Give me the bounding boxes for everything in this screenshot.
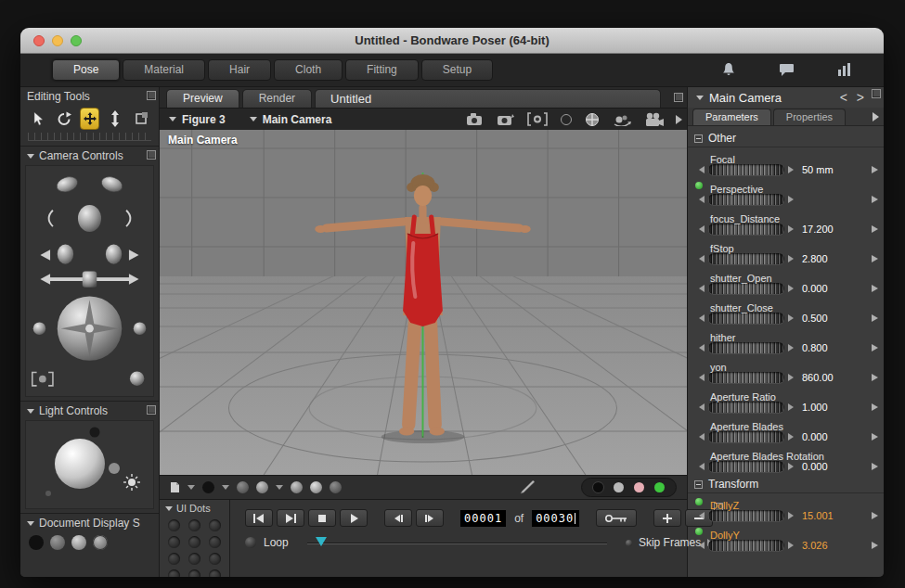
- tab-pose[interactable]: Pose: [52, 59, 120, 81]
- camera-flash-icon[interactable]: [497, 112, 515, 126]
- ground-color-chip[interactable]: [654, 482, 665, 492]
- tab-cloth[interactable]: Cloth: [274, 59, 343, 81]
- parameter-value[interactable]: 17.200: [802, 224, 834, 235]
- dial-decrement-arrow[interactable]: [699, 433, 705, 441]
- keyframe-button[interactable]: [596, 509, 637, 527]
- collapse-arrow-icon[interactable]: [27, 521, 34, 526]
- parameter-menu-arrow[interactable]: [872, 225, 878, 233]
- dial-decrement-arrow[interactable]: [699, 255, 705, 262]
- parameter-value[interactable]: 2.800: [802, 253, 828, 264]
- parameter-dial[interactable]: [708, 253, 784, 264]
- style-group-arrow-icon[interactable]: [187, 485, 195, 490]
- parameter-dial[interactable]: [708, 313, 784, 324]
- editing-tools-header[interactable]: Editing Tools: [20, 87, 159, 106]
- parameter-menu-arrow[interactable]: [872, 196, 878, 203]
- dial-increment-arrow[interactable]: [788, 403, 794, 411]
- style-group-arrow-icon[interactable]: [222, 485, 229, 490]
- tab-setup[interactable]: Setup: [421, 59, 493, 81]
- collapse-section-icon[interactable]: [694, 480, 703, 489]
- doc-tab-render[interactable]: Render: [242, 89, 312, 108]
- parameter-dial[interactable]: [708, 224, 784, 235]
- parameter-menu-arrow[interactable]: [872, 255, 878, 262]
- tab-hair[interactable]: Hair: [208, 59, 271, 81]
- ui-dots-header[interactable]: UI Dots: [165, 503, 224, 514]
- parameter-menu-arrow[interactable]: [872, 463, 878, 470]
- skip-frames-checkbox[interactable]: [626, 540, 632, 546]
- movie-camera-icon[interactable]: [644, 112, 665, 127]
- parameter-value[interactable]: 0.000: [802, 283, 828, 294]
- style-sphere-icon[interactable]: [237, 481, 249, 493]
- dial-decrement-arrow[interactable]: [699, 285, 705, 292]
- dial-increment-arrow[interactable]: [788, 196, 794, 203]
- figure-menu[interactable]: Figure 3: [169, 113, 226, 126]
- parameter-menu-arrow[interactable]: [872, 542, 878, 549]
- ui-dot[interactable]: [168, 569, 180, 577]
- dial-decrement-arrow[interactable]: [699, 512, 705, 519]
- tab-properties[interactable]: Properties: [773, 109, 846, 125]
- camera-controls-header[interactable]: Camera Controls: [20, 147, 159, 165]
- go-to-start-button[interactable]: [245, 509, 273, 527]
- select-tool-icon[interactable]: [28, 108, 48, 130]
- parameter-menu-arrow[interactable]: [872, 344, 878, 352]
- dial-decrement-arrow[interactable]: [699, 403, 705, 411]
- parameter-dial[interactable]: [708, 283, 784, 294]
- style-sphere-icon[interactable]: [202, 481, 214, 493]
- ui-dot[interactable]: [168, 536, 180, 548]
- play-button[interactable]: [340, 509, 368, 527]
- light-controls-widget[interactable]: [25, 420, 154, 509]
- collapse-arrow-icon[interactable]: [27, 154, 34, 159]
- detach-panel-icon[interactable]: [147, 405, 156, 415]
- doc-tab-preview[interactable]: Preview: [166, 89, 239, 108]
- parameter-dial[interactable]: [708, 194, 784, 205]
- stats-icon[interactable]: [837, 63, 852, 76]
- parameter-value[interactable]: 860.00: [802, 372, 834, 383]
- dial-increment-arrow[interactable]: [788, 374, 794, 381]
- parameter-dial[interactable]: [708, 164, 784, 175]
- parameter-menu-arrow[interactable]: [872, 314, 878, 322]
- foreground-color-chip[interactable]: [593, 482, 603, 492]
- collapse-arrow-icon[interactable]: [165, 506, 173, 511]
- step-forward-button[interactable]: [416, 509, 444, 527]
- dial-decrement-arrow[interactable]: [699, 542, 705, 549]
- timeline-scrubber[interactable]: [307, 536, 607, 549]
- close-button[interactable]: [33, 35, 45, 46]
- sphere-icon[interactable]: [560, 113, 573, 126]
- scale-tool-icon[interactable]: [131, 108, 151, 130]
- ui-dot[interactable]: [209, 553, 221, 565]
- more-icons-arrow[interactable]: [676, 115, 682, 124]
- parameter-menu-arrow[interactable]: [872, 166, 878, 173]
- total-frames-field[interactable]: 00030: [532, 510, 579, 527]
- preview-viewport[interactable]: Main Camera: [160, 130, 687, 475]
- current-frame-field[interactable]: 00001: [460, 510, 506, 527]
- parameter-dial[interactable]: [708, 461, 784, 472]
- ui-dot[interactable]: [168, 553, 180, 565]
- parameter-value[interactable]: 15.001: [802, 510, 834, 521]
- translate-tool-icon[interactable]: [80, 108, 100, 130]
- parameter-menu-arrow[interactable]: [872, 403, 878, 411]
- dial-decrement-arrow[interactable]: [699, 196, 705, 203]
- ui-dot[interactable]: [188, 519, 200, 531]
- dial-increment-arrow[interactable]: [788, 166, 794, 173]
- style-silhouette-icon[interactable]: [29, 535, 44, 550]
- dial-increment-arrow[interactable]: [788, 512, 794, 519]
- detach-panel-icon[interactable]: [147, 91, 156, 100]
- flyaround-icon[interactable]: [612, 112, 632, 126]
- ui-dot[interactable]: [188, 536, 200, 548]
- titlebar[interactable]: Untitled - Bondware Poser (64-bit): [20, 28, 884, 54]
- camera-select-icon[interactable]: [527, 112, 548, 126]
- dial-increment-arrow[interactable]: [788, 463, 794, 470]
- parameter-value[interactable]: 0.500: [802, 313, 828, 324]
- parameter-value[interactable]: 1.000: [802, 402, 828, 413]
- minimize-button[interactable]: [52, 35, 63, 46]
- camera-icon[interactable]: [466, 112, 485, 126]
- dial-decrement-arrow[interactable]: [699, 344, 705, 352]
- tab-material[interactable]: Material: [123, 59, 205, 81]
- document-title[interactable]: Untitled: [315, 89, 661, 108]
- ui-dot[interactable]: [188, 553, 200, 565]
- ui-dot[interactable]: [168, 519, 180, 531]
- background-color-chip[interactable]: [614, 482, 624, 492]
- parameter-dial[interactable]: [708, 510, 784, 521]
- parameter-menu-arrow[interactable]: [872, 433, 878, 441]
- stop-button[interactable]: [308, 509, 336, 527]
- scrubber-handle[interactable]: [316, 537, 327, 546]
